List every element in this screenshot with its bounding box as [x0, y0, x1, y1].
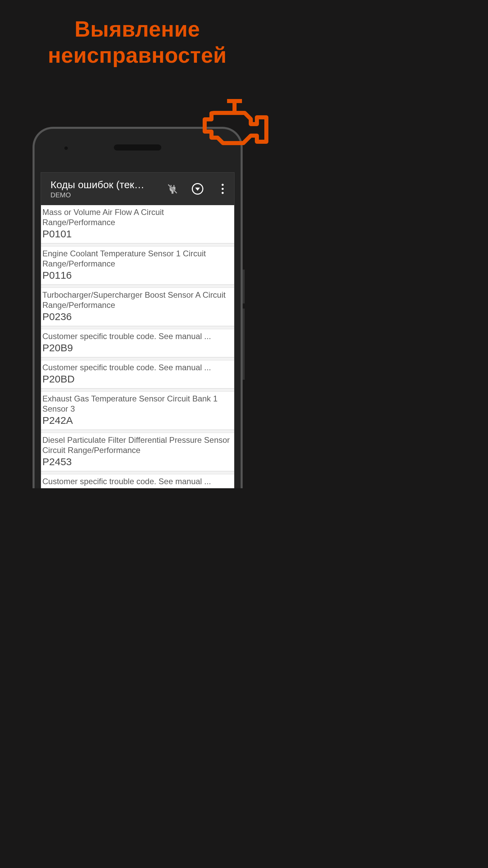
fault-description: Exhaust Gas Temperature Sensor Circuit B…: [42, 394, 233, 414]
phone-speaker: [114, 144, 161, 151]
toolbar-title-block: Коды ошибок (тек… DEMO: [50, 179, 162, 199]
fault-code: P2453: [42, 456, 233, 468]
hero-line-2: неисправностей: [0, 42, 274, 68]
fault-description: Engine Coolant Temperature Sensor 1 Circ…: [42, 249, 233, 269]
list-divider: [41, 326, 234, 329]
fault-description: Mass or Volume Air Flow A Circuit Range/…: [42, 207, 233, 228]
list-divider: [41, 243, 234, 246]
dropdown-button[interactable]: [191, 182, 204, 196]
fault-code-item[interactable]: Exhaust Gas Temperature Sensor Circuit B…: [41, 392, 234, 430]
app-toolbar: Коды ошибок (тек… DEMO: [41, 173, 234, 205]
fault-code: P0236: [42, 311, 233, 322]
hero-line-1: Выявление: [0, 16, 274, 42]
fault-code-item[interactable]: Mass or Volume Air Flow A Circuit Range/…: [41, 205, 234, 243]
app-screen: Коды ошибок (тек… DEMO Mass or Volume Ai…: [41, 172, 235, 488]
fault-code: P0101: [42, 228, 233, 240]
more-vertical-icon: [222, 184, 224, 194]
fault-description: Customer specific trouble code. See manu…: [42, 331, 233, 341]
hero-title: Выявление неисправностей: [0, 0, 274, 68]
fault-code: P20B9: [42, 342, 233, 354]
connection-plug-icon[interactable]: [166, 182, 179, 196]
overflow-menu-button[interactable]: [216, 182, 229, 196]
list-divider: [41, 430, 234, 433]
fault-code: P20BD: [42, 373, 233, 385]
fault-description: Customer specific trouble code. See manu…: [42, 362, 233, 373]
chevron-down-circle-icon: [192, 183, 203, 195]
fault-code-item[interactable]: Customer specific trouble code. See manu…: [41, 329, 234, 357]
fault-code: P246E: [42, 487, 233, 488]
fault-code: P242A: [42, 415, 233, 426]
check-engine-icon: [197, 98, 272, 150]
fault-code-item[interactable]: Turbocharger/Supercharger Boost Sensor A…: [41, 288, 234, 326]
screen-title: Коды ошибок (тек…: [50, 179, 145, 191]
fault-description: Diesel Particulate Filter Differential P…: [42, 435, 233, 455]
fault-code-item[interactable]: Customer specific trouble code. See manu…: [41, 360, 234, 388]
phone-frame: Коды ошибок (тек… DEMO Mass or Volume Ai…: [33, 127, 243, 488]
fault-code-item[interactable]: Engine Coolant Temperature Sensor 1 Circ…: [41, 246, 234, 284]
fault-code-item[interactable]: Customer specific trouble code. See manu…: [41, 474, 234, 488]
screen-subtitle: DEMO: [50, 191, 162, 199]
list-divider: [41, 357, 234, 360]
phone-camera: [64, 146, 68, 150]
fault-codes-list[interactable]: Mass or Volume Air Flow A Circuit Range/…: [41, 205, 234, 488]
list-divider: [41, 388, 234, 392]
fault-code-item[interactable]: Diesel Particulate Filter Differential P…: [41, 433, 234, 471]
list-divider: [41, 471, 234, 474]
list-divider: [41, 284, 234, 288]
fault-description: Customer specific trouble code. See manu…: [42, 476, 233, 487]
toolbar-actions: [166, 182, 233, 196]
fault-description: Turbocharger/Supercharger Boost Sensor A…: [42, 290, 233, 310]
fault-code: P0116: [42, 270, 233, 281]
